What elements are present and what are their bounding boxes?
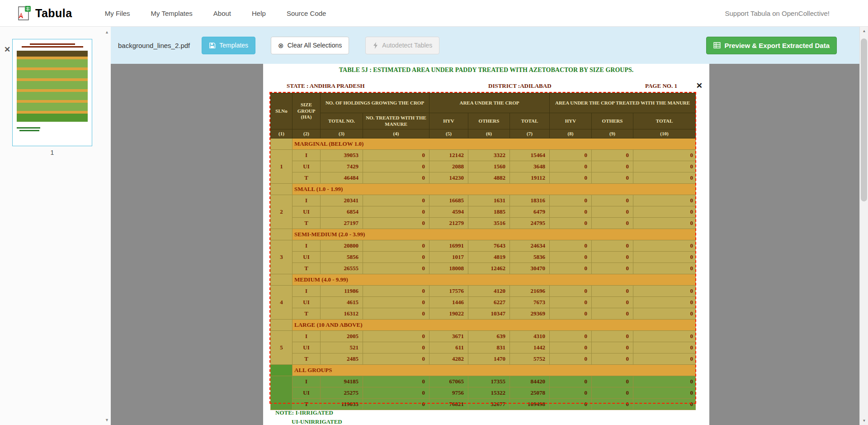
save-template-icon [209,42,216,49]
brand-name: Tabula [35,7,72,20]
table-selection-box[interactable]: ✕ [269,92,696,404]
nav-my-templates[interactable]: My Templates [151,10,193,17]
thumb-note-line [19,130,39,131]
autodetect-button-label: Autodetect Tables [382,42,432,49]
nav-my-files[interactable]: My Files [105,10,130,17]
pdf-note-line2: UI-UNIRRIGATED [292,418,342,425]
thumb-row [17,119,88,122]
pdf-pageno-label: PAGE NO. 1 [645,82,677,90]
page-sidebar: ✕ 1 ▲ ▼ [0,27,111,425]
preview-export-button[interactable]: Preview & Export Extracted Data [706,37,837,54]
scrollbar-thumb[interactable] [861,38,867,201]
pdf-table-title: TABLE 5J : ESTIMATED AREA UNDER PADDY TR… [263,67,709,74]
nav-help[interactable]: Help [252,10,266,17]
nav-source-code[interactable]: Source Code [287,10,326,17]
clear-button-label: Clear All Selections [288,42,342,49]
pdf-viewport[interactable]: TABLE 5J : ESTIMATED AREA UNDER PADDY TR… [111,64,859,425]
sidebar-scroll-down-icon[interactable]: ▼ [105,418,109,422]
templates-button-label: Templates [219,42,248,49]
nav-links: My Files My Templates About Help Source … [105,10,326,17]
thumbnail-table [17,51,88,122]
support-link[interactable]: Support Tabula on OpenCollective! [725,10,830,17]
scrollbar-up-icon[interactable]: ▲ [860,27,868,35]
pdf-state-label: STATE : ANDHRA PRADESH [287,82,365,90]
tabula-logo-icon [17,6,31,21]
thumb-table-header [17,51,88,57]
pdf-district-label: DISTRICT :ADILABAD [488,82,552,90]
pdf-page[interactable]: TABLE 5J : ESTIMATED AREA UNDER PADDY TR… [263,64,709,425]
thumb-title-line [30,43,75,45]
thumb-note-line [17,127,40,129]
page-thumbnail[interactable] [12,39,92,146]
scrollbar-down-icon[interactable]: ▼ [860,416,868,425]
sidebar-scroll-up-icon[interactable]: ▲ [105,30,109,34]
thumb-title-line [22,46,83,48]
export-button-label: Preview & Export Extracted Data [724,42,830,49]
nav-about[interactable]: About [213,10,231,17]
remove-selection-icon[interactable]: ✕ [696,81,703,91]
autodetect-tables-button[interactable]: Autodetect Tables [365,37,439,54]
top-navbar: Tabula My Files My Templates About Help … [0,0,868,27]
toolbar: background_lines_2.pdf Templates ⊗ Clear… [111,27,859,64]
current-filename: background_lines_2.pdf [118,42,190,49]
lightning-icon [373,42,378,49]
templates-button[interactable]: Templates [202,37,255,54]
vertical-scrollbar[interactable]: ▲ ▼ [859,27,868,425]
brand[interactable]: Tabula [17,6,72,21]
clear-all-selections-button[interactable]: ⊗ Clear All Selections [271,37,349,54]
thumbnail-page-number: 1 [12,149,92,156]
pdf-note-line1: NOTE: I-IRRIGATED [275,409,333,416]
table-export-icon [713,42,721,48]
clear-selections-icon: ⊗ [278,42,284,49]
remove-page-icon[interactable]: ✕ [4,45,10,54]
